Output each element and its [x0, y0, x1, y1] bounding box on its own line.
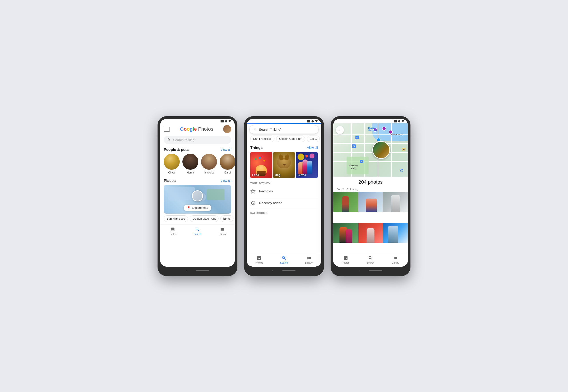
- photo-6[interactable]: [383, 223, 408, 243]
- photos-nav-icon-3: [343, 256, 348, 260]
- nav-photos[interactable]: Photos: [160, 227, 185, 235]
- phone-3-content: M M M ChicagoRiverwalk NEW EASTSI Miͻnni…: [333, 123, 408, 267]
- map-location-pin: [192, 190, 203, 201]
- nav-search-2[interactable]: Search: [271, 256, 297, 264]
- millennium-park-label: MiͻnniumPark: [349, 165, 358, 170]
- star-icon: [250, 189, 256, 194]
- chat-icon[interactable]: [164, 127, 170, 132]
- photo-5[interactable]: [358, 223, 383, 243]
- nav-photos-label-2: Photos: [255, 261, 263, 264]
- explore-map-button[interactable]: 📍 Explore map: [184, 205, 211, 211]
- photo-2[interactable]: [358, 192, 383, 212]
- home-indicator-1: ‹: [160, 267, 235, 273]
- date-location-label: Jun 2 Chicago, IL: [333, 186, 408, 192]
- app-name-text: Photos: [198, 126, 213, 132]
- nav-photos-2[interactable]: Photos: [247, 256, 271, 264]
- phone-2-screen: Search "hiking" San Francisco Golden Gat…: [247, 119, 321, 267]
- wifi-icon-3: [398, 120, 400, 123]
- things-title: Things: [250, 146, 263, 150]
- search-placeholder: Search "hiking": [173, 138, 196, 142]
- chip-golden-gate[interactable]: Golden Gate Park: [190, 215, 219, 222]
- phone-2: Search "hiking" San Francisco Golden Gat…: [244, 116, 324, 276]
- phone-1-content: Google Photos Search "hiking": [160, 123, 235, 267]
- food-label: Food: [252, 173, 259, 177]
- photo-4[interactable]: [333, 223, 358, 243]
- nav-search-3[interactable]: Search: [358, 256, 383, 264]
- things-view-all[interactable]: View all: [307, 146, 318, 150]
- chip-elk-2[interactable]: Elk G: [307, 136, 320, 142]
- photo-grid: [333, 192, 408, 253]
- thing-food[interactable]: Food: [250, 152, 272, 178]
- map-pin-icon: 📍: [187, 206, 191, 210]
- person-name-oliver: Oliver: [168, 171, 175, 174]
- search-bar[interactable]: Search "hiking": [164, 136, 231, 144]
- people-view-all[interactable]: View all: [221, 148, 231, 152]
- location-chips: San Francisco Golden Gate Park Elk G: [160, 215, 235, 224]
- riverwalk-label: ChicagoRiverwalk: [368, 127, 377, 131]
- favorites-label: Favorites: [259, 189, 273, 193]
- nav-library-3[interactable]: Library: [383, 256, 408, 264]
- photo-1[interactable]: [333, 192, 358, 212]
- person-henry[interactable]: Henry: [182, 154, 198, 174]
- nav-library[interactable]: Library: [210, 227, 235, 235]
- places-title: Places: [164, 179, 176, 183]
- library-nav-icon-3: [393, 256, 398, 260]
- nav-search[interactable]: Search: [185, 227, 210, 235]
- chip-sf-2[interactable]: San Francisco: [250, 136, 274, 142]
- user-avatar[interactable]: [223, 125, 231, 133]
- profile-photo-on-map[interactable]: [372, 141, 390, 159]
- person-carol[interactable]: Carol: [220, 154, 235, 174]
- search-icon-2: [253, 127, 257, 131]
- phone-1-screen: Google Photos Search "hiking": [160, 119, 235, 267]
- search-chips: San Francisco Golden Gate Park Elk G: [247, 136, 321, 145]
- nav-photos-label-3: Photos: [342, 261, 349, 264]
- explore-map-label: Explore map: [192, 206, 208, 210]
- dog-label: Dog: [275, 173, 281, 177]
- nav-library-2[interactable]: Library: [297, 256, 321, 264]
- favorites-item[interactable]: Favorites: [250, 185, 318, 197]
- places-map[interactable]: 📍 Explore map: [164, 185, 231, 214]
- new-eastside-label: NEW EASTSI: [391, 134, 403, 136]
- chip-gg-2[interactable]: Golden Gate Park: [276, 136, 305, 142]
- search-bar-2[interactable]: Search "hiking": [249, 125, 319, 134]
- back-button[interactable]: ←: [336, 126, 344, 134]
- bottom-nav-3: Photos Search Library: [333, 253, 408, 267]
- date-text: Jun 2: [337, 188, 344, 191]
- chip-san-francisco[interactable]: San Francisco: [164, 215, 188, 222]
- people-section-header: People & pets View all: [160, 147, 235, 154]
- metro-icon-3: M: [360, 160, 363, 163]
- home-indicator-3: ‹: [333, 267, 408, 273]
- avatar-henry: [182, 154, 198, 170]
- thing-dog[interactable]: Dog: [273, 152, 295, 178]
- info-icon[interactable]: i: [400, 169, 403, 172]
- battery-icon-3: [402, 120, 404, 123]
- app-header: Google Photos: [160, 123, 235, 135]
- home-bar-3: [369, 270, 382, 271]
- back-arrow-3: ‹: [359, 268, 360, 272]
- metro-icon-1: M: [355, 136, 359, 139]
- places-section-header: Places View all: [160, 178, 235, 185]
- phones-container: Google Photos Search "hiking": [157, 116, 411, 276]
- photo-3[interactable]: [383, 192, 408, 212]
- places-view-all[interactable]: View all: [221, 179, 231, 182]
- recently-added-label: Recently added: [259, 201, 282, 205]
- search-nav-icon-3: [368, 256, 373, 260]
- nav-library-label-3: Library: [392, 261, 399, 264]
- phone-3-screen: M M M ChicagoRiverwalk NEW EASTSI Miͻnni…: [333, 119, 408, 267]
- bottom-nav-1: Photos Search Library: [160, 224, 235, 238]
- chip-elk[interactable]: Elk G: [220, 215, 233, 222]
- nav-photos-3[interactable]: Photos: [333, 256, 358, 264]
- battery-icon: [228, 120, 231, 123]
- nav-photos-label: Photos: [169, 233, 176, 235]
- person-oliver[interactable]: Oliver: [164, 154, 180, 174]
- recently-added-item[interactable]: Recently added: [250, 197, 318, 209]
- back-arrow: ‹: [186, 268, 187, 272]
- person-isabella[interactable]: Isabella: [201, 154, 217, 174]
- thing-birthday[interactable]: 🎈 Birthd: [296, 152, 318, 178]
- phone-1: Google Photos Search "hiking": [157, 116, 237, 276]
- app-logo: Google Photos: [180, 126, 213, 132]
- search-icon: [167, 138, 171, 141]
- person-name-isabella: Isabella: [204, 171, 213, 174]
- nav-search-label-3: Search: [367, 261, 374, 264]
- person-name-carol: Carol: [225, 171, 231, 174]
